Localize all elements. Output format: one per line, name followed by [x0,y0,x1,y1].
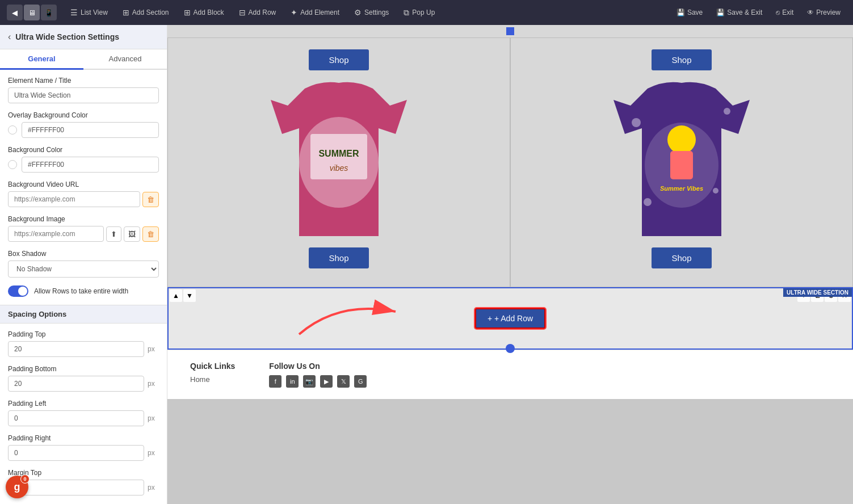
footer-follow-us: Follow Us On f in 📷 ▶ 𝕏 G [269,362,367,388]
settings-button[interactable]: ⚙ Settings [348,5,394,20]
tab-general[interactable]: General [0,49,83,70]
popup-button[interactable]: ⧉ Pop Up [398,5,440,20]
youtube-icon[interactable]: ▶ [320,375,333,388]
element-name-input[interactable] [8,87,159,103]
desktop-view-button[interactable]: 🖥 [24,5,40,20]
add-section-icon: ⊞ [123,8,129,17]
svg-text:Summer Vibes: Summer Vibes [660,185,703,192]
spacing-options-header: Spacing Options [0,305,167,324]
allow-rows-toggle[interactable] [8,285,28,297]
padding-left-label: Padding Left [8,400,159,408]
svg-point-7 [644,198,652,206]
box-shadow-select[interactable]: No Shadow Small Medium Large [8,261,159,278]
bg-color-swatch[interactable] [8,160,17,169]
sidebar-tabs: General Advanced [0,49,167,70]
bg-image-gallery-button[interactable]: 🖼 [124,226,140,242]
add-row-icon: ⊟ [239,8,246,17]
shop-button-left-bottom[interactable]: Shop [309,247,368,268]
exit-icon: ⎋ [776,9,780,16]
save-icon: 💾 [676,9,685,16]
padding-top-input[interactable] [8,341,144,357]
padding-right-row: px [8,445,159,461]
google-icon[interactable]: G [354,375,367,388]
bg-color-label: Background Color [8,146,159,154]
row-move-down-button[interactable]: ▼ [183,289,196,302]
back-button[interactable]: ◀ [7,5,23,20]
bg-image-group: Background Image ⬆ 🖼 🗑 [8,215,159,242]
row-move-up-button[interactable]: ▲ [170,289,182,302]
bg-color-input[interactable] [22,157,159,173]
bg-image-clear-button[interactable]: 🗑 [142,226,159,242]
add-element-icon: ✦ [291,8,297,17]
instagram-icon[interactable]: 📷 [303,375,316,388]
padding-right-px: px [148,449,159,457]
padding-right-label: Padding Right [8,434,159,442]
bg-image-upload-button[interactable]: ⬆ [106,226,121,242]
avatar-notification: 0 [20,474,30,484]
preview-button[interactable]: 👁 Preview [801,6,846,19]
svg-text:vibes: vibes [330,163,348,173]
twitter-icon[interactable]: 𝕏 [337,375,350,388]
shop-button-right-bottom[interactable]: Shop [652,247,711,268]
tab-advanced[interactable]: Advanced [83,49,167,70]
padding-left-input[interactable] [8,410,144,426]
exit-button[interactable]: ⎋ Exit [770,6,799,19]
padding-right-group: Padding Right px [8,434,159,461]
add-block-button[interactable]: ⊞ Add Block [178,5,230,20]
shop-section: Shop SUMMER vibes [167,25,853,287]
add-row-canvas-button[interactable]: + + Add Row [475,308,545,329]
svg-rect-10 [670,151,693,179]
overlay-bg-color-label: Overlay Background Color [8,111,159,119]
section-resize-top-dot[interactable] [506,27,514,35]
bg-video-group: Background Video URL 🗑 [8,180,159,207]
shop-grid: Shop SUMMER vibes [167,37,853,287]
overlay-bg-color-input[interactable] [22,122,159,138]
svg-point-4 [632,118,641,127]
avatar-badge[interactable]: g 0 [6,476,28,498]
add-element-button[interactable]: ✦ Add Element [285,5,345,20]
padding-bottom-group: Padding Bottom px [8,365,159,392]
shop-button-left-top[interactable]: Shop [309,49,368,70]
save-button[interactable]: 💾 Save [671,6,708,19]
padding-bottom-label: Padding Bottom [8,365,159,373]
bg-color-row [8,157,159,173]
add-block-icon: ⊞ [184,8,191,17]
tshirt-purple-svg: Summer Vibes [614,77,750,247]
section-resize-bottom-dot[interactable] [506,344,515,353]
linkedin-icon[interactable]: in [286,375,299,388]
bg-video-url-input[interactable] [8,191,140,207]
list-view-button[interactable]: ☰ List View [65,5,114,20]
padding-left-row: px [8,410,159,426]
sidebar-title: Ultra Wide Section Settings [15,32,119,41]
facebook-icon[interactable]: f [269,375,281,388]
section-label-badge: ULTRA WIDE SECTION [783,288,852,297]
arrow-annotation [282,289,452,346]
sidebar-back-button[interactable]: ‹ [8,32,11,42]
add-row-button[interactable]: ⊟ Add Row [233,5,282,20]
box-shadow-label: Box Shadow [8,250,159,258]
svg-text:SUMMER: SUMMER [318,149,359,158]
settings-icon: ⚙ [354,8,362,17]
padding-right-input[interactable] [8,445,144,461]
tshirt-pink-svg: SUMMER vibes [271,77,407,247]
footer-section: Quick Links Home Follow Us On f in 📷 ▶ 𝕏… [167,350,853,399]
element-name-group: Element Name / Title [8,77,159,103]
shop-button-right-top[interactable]: Shop [652,49,711,70]
add-row-plus-icon: + [488,314,492,323]
mobile-view-button[interactable]: 📱 [41,5,57,20]
overlay-bg-color-row [8,122,159,138]
footer-quick-links: Quick Links Home [190,362,235,388]
save-exit-button[interactable]: 💾 Save & Exit [711,6,768,19]
bg-video-clear-button[interactable]: 🗑 [142,192,159,207]
padding-left-px: px [148,414,159,422]
add-section-button[interactable]: ⊞ Add Section [117,5,175,20]
canvas: Shop SUMMER vibes [167,25,853,504]
home-link[interactable]: Home [190,375,235,384]
padding-bottom-input[interactable] [8,376,144,392]
shop-item-left: Shop SUMMER vibes [167,37,510,287]
overlay-bg-color-swatch[interactable] [8,125,17,135]
row-left-controls: ▲ ▼ [169,288,197,303]
allow-rows-label: Allow Rows to take entire width [34,287,128,295]
avatar-letter: g [14,481,20,493]
bg-image-url-input[interactable] [8,226,104,242]
